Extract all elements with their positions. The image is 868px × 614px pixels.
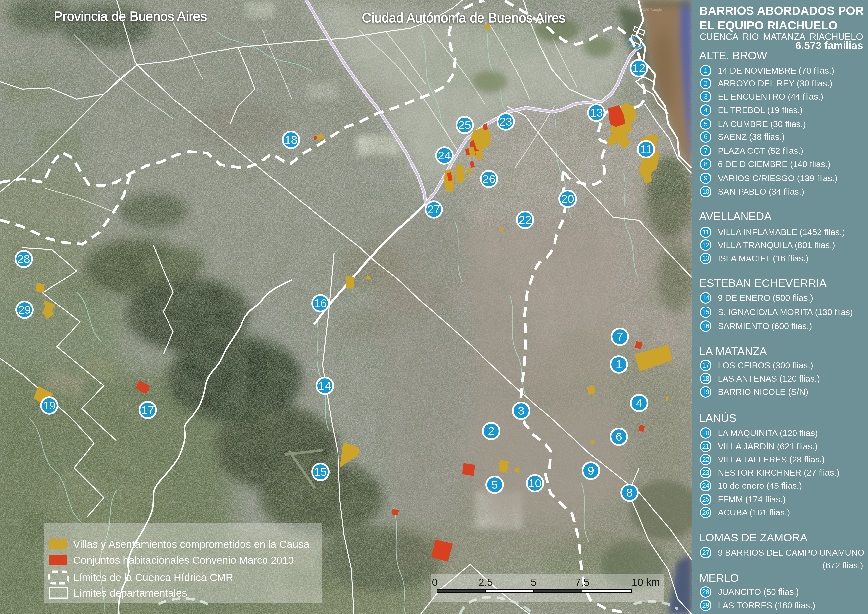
svg-text:Provincia de Buenos Aires: Provincia de Buenos Aires: [54, 9, 207, 23]
svg-text:18: 18: [285, 133, 298, 146]
svg-text:2.5: 2.5: [479, 577, 493, 588]
svg-text:11: 11: [640, 143, 652, 156]
svg-text:8: 8: [626, 486, 633, 499]
svg-text:Villas y Asentamientos comprom: Villas y Asentamientos comprometidos en …: [73, 538, 310, 550]
svg-text:24: 24: [438, 149, 451, 162]
svg-text:Límites departamentales: Límites departamentales: [73, 587, 187, 599]
svg-text:19: 19: [43, 399, 56, 412]
svg-text:9: 9: [587, 464, 594, 477]
svg-text:25: 25: [458, 118, 471, 132]
svg-text:6: 6: [615, 430, 622, 443]
svg-text:7: 7: [617, 330, 623, 343]
svg-text:26: 26: [482, 172, 495, 185]
svg-text:27: 27: [427, 203, 440, 216]
svg-text:4: 4: [636, 396, 642, 409]
svg-text:12: 12: [632, 61, 645, 75]
svg-text:15: 15: [314, 465, 327, 478]
svg-text:29: 29: [18, 303, 31, 316]
svg-text:10: 10: [529, 477, 541, 490]
svg-text:5: 5: [491, 478, 498, 491]
svg-text:10 km: 10 km: [632, 577, 660, 588]
svg-text:0: 0: [432, 577, 437, 588]
svg-text:13: 13: [590, 106, 603, 119]
svg-text:28: 28: [17, 252, 30, 266]
svg-text:2: 2: [488, 424, 494, 437]
svg-text:2020 Google: 2020 Google: [641, 8, 662, 12]
svg-text:20: 20: [561, 192, 574, 205]
svg-text:7.5: 7.5: [575, 577, 589, 588]
svg-text:22: 22: [519, 213, 532, 226]
svg-text:5: 5: [531, 577, 536, 588]
svg-text:1: 1: [615, 358, 622, 371]
svg-text:16: 16: [314, 297, 327, 310]
svg-text:23: 23: [499, 115, 512, 128]
svg-text:3: 3: [518, 404, 524, 417]
svg-text:Límites de la Cuenca Hídrica C: Límites de la Cuenca Hídrica CMR: [73, 572, 233, 583]
svg-text:Ciudad Autónoma de Buenos Aire: Ciudad Autónoma de Buenos Aires: [362, 10, 566, 25]
svg-text:17: 17: [141, 403, 154, 417]
svg-text:Conjuntos habitacionales Conve: Conjuntos habitacionales Convenio Marco …: [73, 554, 294, 566]
svg-text:14: 14: [318, 379, 331, 392]
